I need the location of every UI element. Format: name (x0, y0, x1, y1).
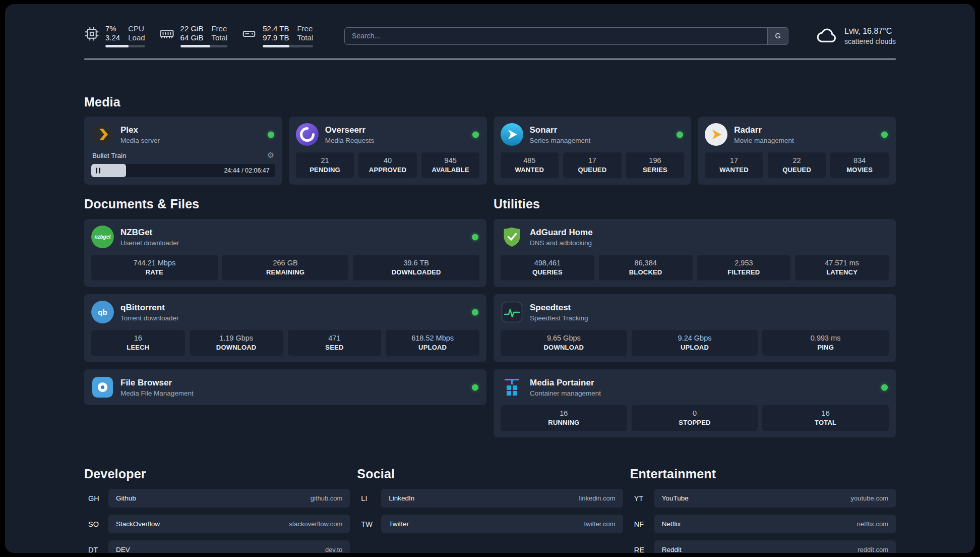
bookmark-row: NF Netflix netflix.com (630, 515, 896, 533)
now-playing-title: Bullet Train (92, 152, 127, 159)
app-title: Sonarr (530, 125, 591, 135)
bookmark-row: DT DEV dev.to (84, 540, 350, 553)
app-desc: Media File Management (120, 389, 194, 397)
bookmark-abbr: NF (630, 520, 654, 528)
search-input[interactable] (344, 27, 788, 45)
stat-rate: 744.21 Mbps RATE (91, 255, 218, 281)
section-title-developer: Developer (84, 467, 350, 481)
app-desc: Container management (530, 389, 601, 397)
section-title-utilities: Utilities (494, 197, 896, 211)
app-desc: Movie management (734, 137, 794, 144)
stat-wanted: 17 WANTED (705, 152, 763, 178)
stat-total: 16 TOTAL (762, 405, 889, 431)
status-dot (268, 131, 274, 138)
ram-free-value: 22 GiB (180, 24, 204, 33)
stat-upload: 9.24 Gbps UPLOAD (632, 330, 758, 356)
app-desc: Speedtest Tracking (530, 314, 588, 322)
cpu-monitor: 7% 3.24 CPU Load (84, 24, 145, 47)
svg-text:qb: qb (98, 308, 107, 316)
stat-remaining: 266 GB REMAINING (222, 255, 349, 281)
weather-widget: Lviv, 16.87°C scattered clouds (816, 26, 896, 46)
stat-leech: 16 LEECH (91, 330, 185, 356)
bookmark-row: RE Reddit reddit.com (630, 540, 896, 553)
media-grid: Plex Media server Bullet Train ⚙ 24:44 /… (84, 117, 896, 185)
sonarr-icon (501, 123, 523, 146)
stat-wanted: 485 WANTED (501, 152, 559, 178)
app-card-nzbget[interactable]: nzbget NZBGet Usenet downloader 74 (84, 219, 486, 287)
app-card-radarr[interactable]: Radarr Movie management 17 WANTED 22 QUE… (698, 117, 896, 185)
app-desc: Series management (530, 137, 591, 144)
seek-bar[interactable]: 24:44 / 02:06:47 (91, 164, 275, 177)
app-card-adguard[interactable]: AdGuard Home DNS and adblocking 498,461 … (494, 219, 896, 287)
stat-movies: 834 MOVIES (830, 152, 889, 178)
status-dot (677, 131, 683, 138)
cpu-load-label: Load (128, 33, 145, 42)
app-card-filebrowser[interactable]: File Browser Media File Management (84, 369, 486, 405)
stat-stopped: 0 STOPPED (632, 405, 758, 431)
bookmark-abbr: TW (357, 520, 381, 528)
app-title: Radarr (734, 125, 794, 135)
overseerr-icon (296, 123, 319, 146)
app-card-speedtest[interactable]: Speedtest Speedtest Tracking 9.65 Gbps D… (494, 294, 896, 362)
bookmark-row: LI LinkedIn linkedin.com (357, 489, 623, 508)
bookmark-abbr: LI (357, 494, 381, 503)
filebrowser-icon (91, 376, 114, 399)
cpu-chip-icon (84, 24, 99, 41)
bookmark-github[interactable]: Github github.com (108, 489, 350, 508)
entertainment-column: Entertainment YT YouTube youtube.com NF … (630, 467, 896, 553)
ram-free-label: Free (211, 24, 227, 33)
disk-total-value: 97.9 TB (263, 33, 289, 42)
pause-icon[interactable] (96, 168, 102, 174)
stat-queued: 22 QUEUED (768, 152, 826, 178)
app-title: Media Portainer (530, 378, 601, 388)
app-title: File Browser (120, 378, 194, 388)
status-dot (472, 309, 478, 315)
disk-usage-bar (263, 45, 313, 47)
stat-download: 1.19 Gbps DOWNLOAD (190, 330, 283, 356)
stat-downloaded: 39.6 TB DOWNLOADED (353, 255, 479, 281)
topbar: 7% 3.24 CPU Load (84, 4, 896, 47)
status-dot (881, 384, 888, 391)
gear-icon[interactable]: ⚙ (267, 151, 274, 159)
bookmark-dev[interactable]: DEV dev.to (108, 540, 350, 553)
cpu-usage-bar (105, 45, 145, 47)
app-desc: Usenet downloader (120, 239, 179, 247)
documents-column: Documents & Files nzbget (84, 197, 486, 437)
section-title-entertainment: Entertainment (630, 467, 896, 481)
cpu-label: CPU (128, 24, 145, 33)
app-card-sonarr[interactable]: Sonarr Series management 485 WANTED 17 Q… (494, 117, 692, 185)
disk-monitor: 52.4 TB 97.9 TB Free Total (241, 24, 313, 47)
bookmark-abbr: GH (84, 494, 108, 503)
app-card-qbittorrent[interactable]: qb qBittorrent Torrent downloader (84, 294, 486, 362)
middle-grid: Documents & Files nzbget (84, 197, 896, 437)
bookmark-netflix[interactable]: Netflix netflix.com (654, 515, 896, 533)
section-title-social: Social (357, 467, 623, 481)
bookmark-abbr: YT (630, 494, 654, 503)
bookmarks-grid: Developer GH Github github.com SO StackO… (84, 467, 896, 553)
svg-text:nzbget: nzbget (94, 234, 111, 240)
stat-approved: 40 APPROVED (358, 152, 417, 178)
search-bar: G (344, 27, 788, 45)
bookmark-reddit[interactable]: Reddit reddit.com (654, 540, 896, 553)
weather-location: Lviv, 16.87°C (844, 27, 896, 36)
bookmark-linkedin[interactable]: LinkedIn linkedin.com (381, 489, 623, 508)
bookmark-twitter[interactable]: Twitter twitter.com (381, 515, 623, 533)
now-playing-time: 24:44 / 02:06:47 (224, 167, 269, 174)
app-desc: Media Requests (325, 137, 375, 144)
app-card-portainer[interactable]: Media Portainer Container management 16 … (494, 369, 896, 437)
bookmark-stackoverflow[interactable]: StackOverflow stackoverflow.com (108, 515, 350, 533)
bookmark-youtube[interactable]: YouTube youtube.com (654, 489, 896, 508)
search-engine-button[interactable]: G (767, 27, 788, 45)
status-dot (472, 384, 478, 391)
bookmark-row: GH Github github.com (84, 489, 350, 508)
stat-ping: 0.993 ms PING (762, 330, 889, 356)
app-card-overseerr[interactable]: Overseerr Media Requests 21 PENDING 40 A… (289, 117, 487, 185)
bookmark-abbr: DT (84, 546, 108, 553)
disk-free-label: Free (297, 24, 313, 33)
app-title: AdGuard Home (530, 228, 593, 238)
app-title: NZBGet (120, 228, 179, 238)
stat-pending: 21 PENDING (296, 152, 354, 178)
app-card-plex[interactable]: Plex Media server Bullet Train ⚙ 24:44 /… (84, 117, 282, 185)
app-desc: Torrent downloader (120, 314, 179, 322)
nzbget-icon: nzbget (91, 226, 114, 248)
